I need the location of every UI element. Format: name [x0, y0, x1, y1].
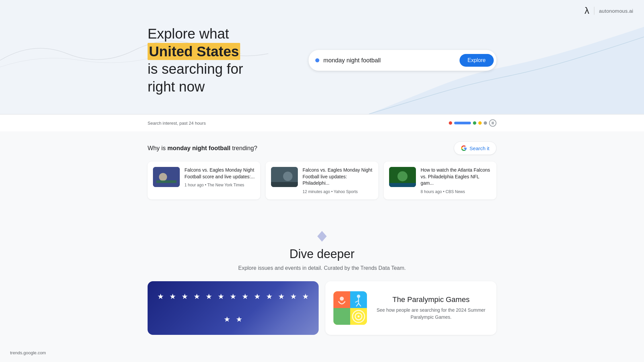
hero-line1: Explore what: [148, 26, 229, 42]
svg-rect-10: [389, 183, 416, 187]
hero-line4: right now: [148, 79, 205, 95]
main-content: Why is monday night football trending? S…: [121, 131, 523, 355]
news-info-1: Falcons vs. Eagles Monday Night Football…: [184, 167, 255, 187]
trend-dot-gray: [484, 121, 487, 125]
dive-deeper-subtitle: Explore issues and events in detail. Cur…: [148, 265, 496, 271]
news-title-2: Falcons vs. Eagles Monday Night Football…: [303, 167, 373, 187]
search-box: monday night football Explore: [309, 50, 496, 71]
paralympics-description: See how people are searching for the 202…: [374, 307, 488, 321]
star-6: ★: [218, 292, 224, 301]
trending-label: Search interest, past 24 hours: [148, 121, 206, 126]
news-title-3: How to watch the Atlanta Falcons vs. Phi…: [421, 167, 491, 187]
star-3: ★: [181, 292, 188, 301]
svg-point-9: [397, 171, 408, 181]
star-5: ★: [206, 292, 212, 301]
svg-point-18: [357, 295, 360, 298]
star-7: ★: [230, 292, 236, 301]
paralympics-card[interactable]: The Paralympic Games See how people are …: [325, 281, 496, 335]
explore-button[interactable]: Explore: [460, 54, 494, 67]
trend-indicators: [449, 119, 496, 127]
svg-point-17: [340, 297, 344, 301]
trend-bar-blue: [454, 122, 471, 124]
trend-dot-red: [449, 121, 452, 125]
hero-line3: is searching for: [148, 61, 243, 77]
news-meta-3: 8 hours ago • CBS News: [421, 189, 491, 194]
svg-point-6: [283, 172, 292, 181]
star-15: ★: [236, 315, 243, 324]
news-info-3: How to watch the Atlanta Falcons vs. Phi…: [421, 167, 491, 194]
trending-question-suffix: trending?: [230, 145, 257, 152]
star-12: ★: [290, 292, 297, 301]
trend-dot-green: [473, 121, 476, 125]
star-13: ★: [302, 292, 309, 301]
lambda-icon: λ: [585, 6, 589, 15]
news-card-3[interactable]: How to watch the Atlanta Falcons vs. Phi…: [384, 162, 496, 199]
hero-text: Explore what United States is searching …: [148, 25, 243, 96]
trending-question: Why is monday night football trending?: [148, 145, 257, 152]
hero-content: Explore what United States is searching …: [121, 25, 523, 96]
star-11: ★: [278, 292, 285, 301]
star-10: ★: [266, 292, 273, 301]
paralympics-title: The Paralympic Games: [374, 295, 488, 304]
search-it-button[interactable]: Search it: [454, 141, 496, 155]
trending-question-prefix: Why is: [148, 145, 167, 152]
trending-question-term: monday night football: [167, 145, 230, 152]
pause-button[interactable]: [489, 119, 496, 127]
news-cards: Falcons vs. Eagles Monday Night Football…: [148, 162, 496, 199]
hero-title: Explore what United States is searching …: [148, 25, 243, 96]
attribution-text: trends.google.com: [10, 350, 46, 355]
svg-rect-15: [333, 308, 350, 325]
dive-diamond-icon: [315, 230, 329, 243]
topbar-brand-text: autonomous.ai: [599, 8, 633, 14]
news-info-2: Falcons vs. Eagles Monday Night Football…: [303, 167, 373, 194]
topbar-logo: λ autonomous.ai: [585, 6, 633, 15]
flag-card[interactable]: ★ ★ ★ ★ ★ ★ ★ ★ ★ ★ ★ ★ ★ ★ ★: [148, 281, 319, 335]
topbar: λ autonomous.ai: [574, 0, 644, 21]
topbar-divider: [594, 7, 594, 15]
dive-deeper-section: Dive deeper Explore issues and events in…: [148, 216, 496, 345]
news-thumb-2: [271, 167, 298, 187]
svg-marker-11: [317, 231, 327, 242]
star-1: ★: [157, 292, 164, 301]
trend-dot-yellow: [478, 121, 482, 125]
trending-section: Why is monday night football trending? S…: [148, 141, 496, 199]
star-2: ★: [169, 292, 176, 301]
svg-rect-1: [493, 122, 494, 124]
feature-card-text: The Paralympic Games See how people are …: [374, 295, 488, 321]
google-g-icon: [461, 145, 467, 151]
news-card[interactable]: Falcons vs. Eagles Monday Night Football…: [148, 162, 260, 199]
svg-rect-7: [271, 182, 298, 187]
svg-rect-0: [492, 122, 493, 124]
news-meta-1: 1 hour ago • The New York Times: [184, 183, 255, 187]
news-title-1: Falcons vs. Eagles Monday Night Football…: [184, 167, 255, 180]
star-8: ★: [242, 292, 249, 301]
star-9: ★: [254, 292, 261, 301]
trending-header: Why is monday night football trending? S…: [148, 141, 496, 155]
dive-deeper-title: Dive deeper: [148, 247, 496, 261]
trending-bar: Search interest, past 24 hours: [0, 114, 644, 131]
search-dot-icon: [315, 58, 319, 62]
star-14: ★: [224, 315, 230, 324]
paralympics-thumbnail: [333, 291, 367, 325]
feature-cards: ★ ★ ★ ★ ★ ★ ★ ★ ★ ★ ★ ★ ★ ★ ★: [148, 281, 496, 335]
svg-rect-4: [156, 180, 176, 183]
news-card-2[interactable]: Falcons vs. Eagles Monday Night Football…: [266, 162, 378, 199]
news-thumb-1: [153, 167, 180, 187]
footer-attribution: trends.google.com: [10, 350, 46, 355]
svg-point-25: [358, 315, 360, 317]
news-meta-2: 12 minutes ago • Yahoo Sports: [303, 189, 373, 194]
hero-section: Explore what United States is searching …: [0, 0, 644, 114]
hero-highlight: United States: [148, 43, 240, 60]
flag-stars: ★ ★ ★ ★ ★ ★ ★ ★ ★ ★ ★ ★ ★ ★ ★: [148, 281, 319, 335]
paralympics-art: [333, 291, 367, 325]
news-thumb-3: [389, 167, 416, 187]
search-it-label: Search it: [470, 145, 489, 151]
star-4: ★: [194, 292, 200, 301]
search-container: monday night football Explore: [309, 50, 496, 71]
search-input[interactable]: monday night football: [323, 57, 455, 64]
svg-point-3: [159, 173, 167, 181]
